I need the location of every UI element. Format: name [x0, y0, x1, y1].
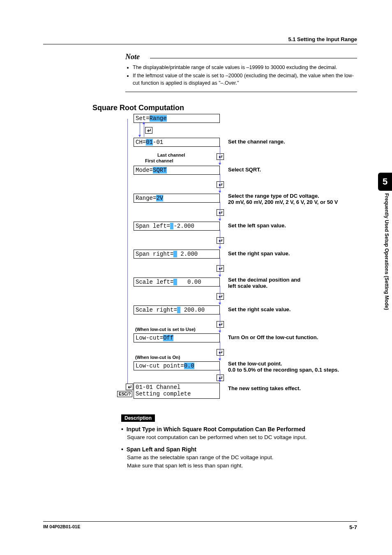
step-desc-scaleright: Set the right scale value. — [228, 306, 392, 312]
return-line — [127, 119, 128, 390]
note-block: Note The displayable/printable range of … — [125, 53, 357, 92]
note-item: The displayable/printable range of scale… — [133, 64, 357, 71]
arrow-down — [220, 286, 220, 305]
enter-icon — [217, 293, 224, 300]
enter-icon — [217, 321, 224, 328]
arrow-down — [220, 342, 220, 361]
flowchart: Set=Range CH=01-01 Set the channel range… — [121, 114, 357, 402]
step-desc-spanleft: Set the left span value. — [228, 222, 392, 229]
enter-icon — [217, 237, 224, 244]
description-label: Description — [121, 414, 155, 422]
doc-id: IM 04P02B01-01E — [43, 524, 81, 530]
lcd-set: Set=Range — [134, 114, 220, 123]
lcd-final: 01-01 Channel Setting complete — [134, 383, 220, 398]
note-item: If the leftmost value of the scale is se… — [133, 72, 357, 87]
step-desc-mode: Select SQRT. — [228, 166, 392, 173]
lcd-spanright: Span right= 2.000 — [134, 250, 220, 259]
lcd-mode: Mode=SQRT — [134, 166, 220, 175]
lcd-range: Range=2V — [134, 194, 220, 203]
section-heading: Square Root Computation — [92, 104, 357, 112]
lcd-lowcut: Low-cut=Off — [134, 333, 220, 342]
step-desc-ch: Set the channel range. — [228, 139, 392, 145]
lcd-lowcutpoint: Low-cut point=0.0 — [134, 361, 220, 370]
enter-icon — [217, 181, 224, 188]
arrow-down — [220, 146, 220, 165]
description-item: • Span Left and Span Right Same as the s… — [121, 446, 357, 470]
enter-icon — [217, 153, 224, 160]
note-title: Note — [125, 53, 140, 61]
step-desc-range: Select the range type of DC voltage. 20 … — [228, 193, 392, 205]
enter-icon — [217, 265, 224, 272]
lowcut-condition: (When low-cut is set to Use) — [135, 327, 196, 332]
enter-icon — [217, 349, 224, 356]
arrow-down — [220, 202, 220, 221]
description-item: • Input Type in Which Square Root Comput… — [121, 426, 357, 442]
step-desc-final: The new setting takes effect. — [228, 385, 392, 391]
note-rule — [150, 58, 357, 59]
section-header: 5.1 Setting the Input Range — [43, 36, 357, 44]
lcd-scaleright: Scale right= 200.00 — [134, 305, 220, 314]
enter-icon — [126, 384, 133, 390]
chapter-side-label: Frequently Used Setup Operations (Settin… — [380, 193, 390, 358]
step-desc-scaleleft: Set the decimal position and left scale … — [228, 277, 392, 289]
arrow-up — [144, 122, 144, 137]
step-desc-lowcutpoint: Set the low-cut point. 0.0 to 5.0% of th… — [228, 361, 392, 373]
enter-icon — [217, 209, 224, 216]
step-desc-lowcut: Turn On or Off the low-cut function. — [228, 334, 392, 340]
chapter-tab: 5 — [378, 173, 392, 191]
lcd-scaleleft: Scale left= 0.00 — [134, 278, 220, 287]
arrow-down — [220, 174, 220, 193]
arrow-down — [220, 230, 220, 249]
arrow-down — [140, 122, 140, 137]
description-block: Description • Input Type in Which Square… — [121, 414, 357, 470]
page-number: 5-7 — [349, 524, 357, 530]
lcd-spanleft: Span left= -2.000 — [134, 222, 220, 231]
arrow-down — [220, 370, 220, 382]
lcd-ch: CH=01-01 — [134, 138, 220, 147]
arrow-down — [220, 314, 220, 333]
step-desc-spanright: Set the right span value. — [228, 250, 392, 257]
ch-labels: Last channel First channel — [145, 153, 185, 163]
page-footer: IM 04P02B01-01E 5-7 — [43, 521, 357, 530]
enter-icon — [145, 127, 152, 134]
esc-key: ESC/? — [117, 391, 132, 397]
arrow-down — [220, 258, 220, 277]
lowcutpoint-condition: (When low-cut is On) — [135, 355, 180, 360]
